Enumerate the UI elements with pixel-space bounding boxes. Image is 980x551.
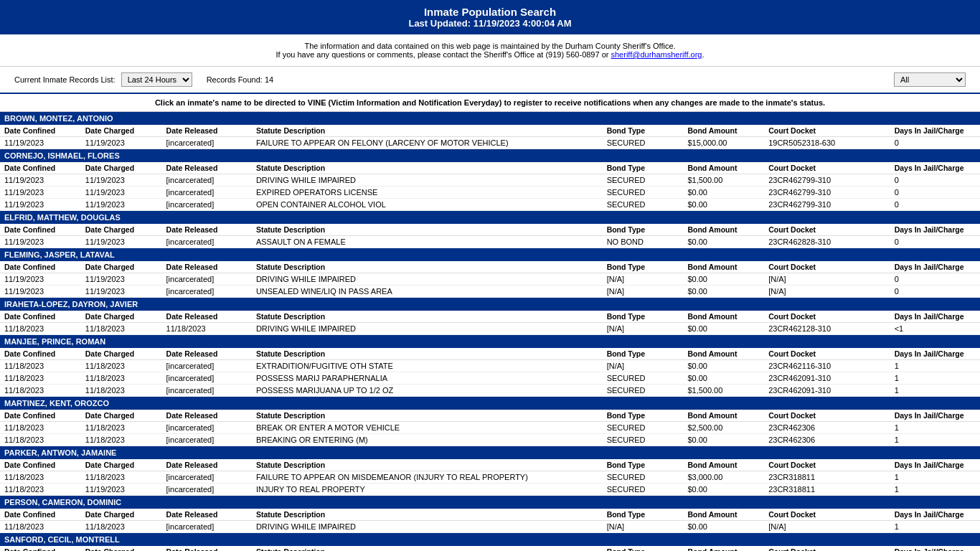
inmate-name-link[interactable]: CORNEJO, ISHMAEL, FLORES [4,151,120,160]
inmate-name-link[interactable]: MARTINEZ, KENT, OROZCO [4,399,109,408]
col-header-days: Days In Jail/Charge [890,459,980,471]
cell-bond_amount: $0.00 [683,434,764,446]
inmate-name-link[interactable]: MANJEE, PRINCE, ROMAN [4,337,105,346]
cell-date_charged: 11/19/2023 [81,187,162,199]
cell-court_docket: 23CR462799-310 [764,199,890,211]
cell-date_charged: 11/19/2023 [81,174,162,187]
col-header-bond_type: Bond Type [603,459,684,471]
cell-date_confined: 11/19/2023 [0,273,81,286]
cell-date_released: [incarcerated] [162,471,252,484]
col-header-court_docket: Court Docket [764,509,890,521]
col-header-bond_amount: Bond Amount [683,348,764,360]
cell-date_confined: 11/19/2023 [0,137,81,149]
col-header-court_docket: Court Docket [764,224,890,236]
table-row: 11/19/202311/19/2023[incarcerated]OPEN C… [0,199,980,211]
cell-date_confined: 11/19/2023 [0,187,81,199]
cell-date_released: [incarcerated] [162,385,252,397]
cell-date_confined: 11/19/2023 [0,236,81,248]
cell-days: 1 [890,484,980,496]
col-header-court_docket: Court Docket [764,125,890,137]
col-header-bond_type: Bond Type [603,162,684,174]
cell-date_charged: 11/19/2023 [81,273,162,286]
cell-date_released: [incarcerated] [162,286,252,298]
cell-court_docket: [N/A] [764,273,890,286]
table-row: 11/18/202311/18/2023[incarcerated]FAILUR… [0,471,980,484]
inmate-name-row: ELFRID, MATTHEW, DOUGLAS [0,211,980,225]
cell-date_charged: 11/19/2023 [81,484,162,496]
cell-days: 0 [890,236,980,248]
cell-date_confined: 11/18/2023 [0,385,81,397]
col-header-date_confined: Date Confined [0,546,81,551]
col-header-days: Days In Jail/Charge [890,410,980,422]
cell-date_charged: 11/18/2023 [81,360,162,372]
col-header-date_confined: Date Confined [0,509,81,521]
inmate-name-link[interactable]: IRAHETA-LOPEZ, DAYRON, JAVIER [4,300,138,309]
col-header-date_charged: Date Charged [81,261,162,273]
inmate-name-link[interactable]: PERSON, CAMERON, DOMINIC [4,498,121,507]
col-header-row: Date ConfinedDate ChargedDate ReleasedSt… [0,348,980,360]
col-header-date_charged: Date Charged [81,125,162,137]
cell-date_confined: 11/19/2023 [0,199,81,211]
col-header-statute: Statute Description [252,224,603,236]
cell-date_released: [incarcerated] [162,360,252,372]
col-header-days: Days In Jail/Charge [890,261,980,273]
cell-court_docket: 23CR462116-310 [764,360,890,372]
cell-statute: ASSAULT ON A FEMALE [252,236,603,248]
inmate-name-link[interactable]: ELFRID, MATTHEW, DOUGLAS [4,213,121,222]
cell-bond_type: SECURED [603,434,684,446]
cell-statute: EXTRADITION/FUGITIVE OTH STATE [252,360,603,372]
inmate-name-row: PARKER, ANTWON, JAMAINE [0,446,980,460]
col-header-bond_amount: Bond Amount [683,410,764,422]
inmate-name-link[interactable]: SANFORD, CECIL, MONTRELL [4,535,120,544]
inmate-name-link[interactable]: PARKER, ANTWON, JAMAINE [4,448,116,457]
cell-date_charged: 11/19/2023 [81,199,162,211]
filter-container: All [894,72,966,87]
col-header-date_released: Date Released [162,348,252,360]
inmate-name-link[interactable]: BROWN, MONTEZ, ANTONIO [4,114,113,123]
col-header-court_docket: Court Docket [764,410,890,422]
list-select[interactable]: Last 24 Hours Last 48 Hours Last 7 Days … [121,72,192,87]
col-header-date_released: Date Released [162,224,252,236]
cell-date_confined: 11/18/2023 [0,372,81,385]
cell-court_docket: 19CR5052318-630 [764,137,890,149]
col-header-date_charged: Date Charged [81,546,162,551]
cell-statute: DRIVING WHILE IMPAIRED [252,521,603,533]
col-header-days: Days In Jail/Charge [890,224,980,236]
col-header-bond_amount: Bond Amount [683,261,764,273]
list-label: Current Inmate Records List: [14,75,116,84]
inmate-table: BROWN, MONTEZ, ANTONIODate ConfinedDate … [0,112,980,551]
col-header-bond_amount: Bond Amount [683,311,764,323]
col-header-bond_type: Bond Type [603,509,684,521]
col-header-bond_amount: Bond Amount [683,459,764,471]
col-header-date_released: Date Released [162,509,252,521]
cell-date_confined: 11/18/2023 [0,434,81,446]
cell-date_confined: 11/18/2023 [0,360,81,372]
table-row: 11/18/202311/18/2023[incarcerated]BREAKI… [0,434,980,446]
cell-bond_type: SECURED [603,137,684,149]
col-header-bond_type: Bond Type [603,348,684,360]
inmate-name-row: CORNEJO, ISHMAEL, FLORES [0,149,980,163]
col-header-row: Date ConfinedDate ChargedDate ReleasedSt… [0,224,980,236]
col-header-row: Date ConfinedDate ChargedDate ReleasedSt… [0,311,980,323]
col-header-bond_type: Bond Type [603,261,684,273]
inmate-name-row: MARTINEZ, KENT, OROZCO [0,397,980,410]
table-row: 11/18/202311/18/2023[incarcerated]POSSES… [0,385,980,397]
info-line2: If you have any questions or comments, p… [14,50,966,59]
filter-select[interactable]: All [894,72,966,87]
inmate-name-link[interactable]: FLEMING, JASPER, LATAVAL [4,250,115,259]
col-header-date_confined: Date Confined [0,224,81,236]
col-header-bond_amount: Bond Amount [683,546,764,551]
email-link[interactable]: sheriff@durhamsheriff.org [611,50,702,59]
cell-date_charged: 11/19/2023 [81,236,162,248]
cell-days: 1 [890,434,980,446]
table-row: 11/18/202311/18/2023[incarcerated]BREAK … [0,422,980,434]
col-header-court_docket: Court Docket [764,261,890,273]
cell-date_charged: 11/18/2023 [81,471,162,484]
cell-days: 1 [890,422,980,434]
col-header-row: Date ConfinedDate ChargedDate ReleasedSt… [0,546,980,551]
cell-date_charged: 11/18/2023 [81,372,162,385]
cell-bond_amount: $0.00 [683,273,764,286]
col-header-date_confined: Date Confined [0,311,81,323]
cell-date_released: [incarcerated] [162,236,252,248]
col-header-date_confined: Date Confined [0,125,81,137]
